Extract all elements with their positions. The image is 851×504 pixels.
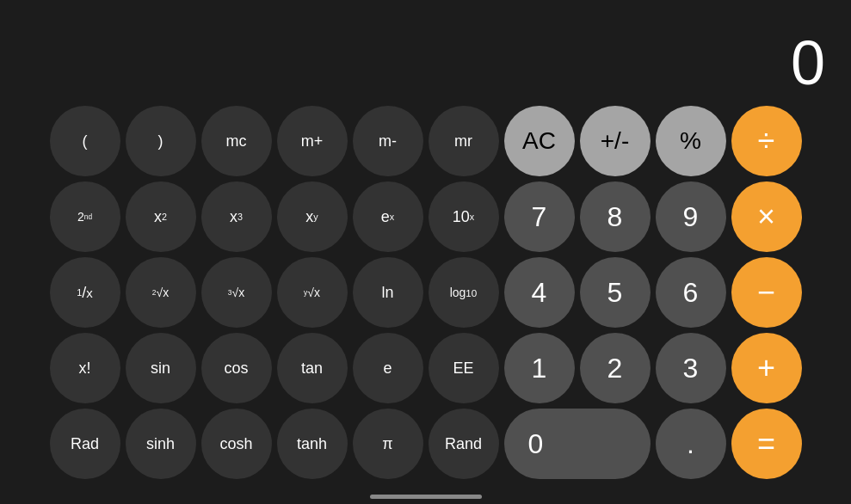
calculator-grid: ( ) mc m+ m- mr AC +/- % ÷ 2nd x2 x3 xy … bbox=[0, 102, 851, 495]
btn-yth-root[interactable]: y√x bbox=[277, 257, 348, 328]
btn-subtract[interactable]: − bbox=[731, 257, 802, 328]
btn-factorial[interactable]: x! bbox=[50, 333, 120, 403]
btn-dot[interactable]: . bbox=[656, 409, 726, 479]
row-4: x! sin cos tan e EE 1 2 3 + bbox=[10, 333, 841, 403]
row-2: 2nd x2 x3 xy ex 10x 7 8 9 × bbox=[10, 181, 841, 252]
btn-e-x[interactable]: ex bbox=[353, 181, 423, 252]
btn-mc[interactable]: mc bbox=[201, 106, 272, 176]
btn-ee[interactable]: EE bbox=[429, 333, 499, 403]
btn-2[interactable]: 2 bbox=[580, 333, 651, 403]
btn-x-cubed[interactable]: x3 bbox=[201, 181, 272, 252]
row-5: Rad sinh cosh tanh π Rand 0 . = bbox=[10, 409, 841, 479]
home-indicator bbox=[370, 495, 482, 499]
btn-plus-minus[interactable]: +/- bbox=[580, 106, 651, 176]
btn-tanh[interactable]: tanh bbox=[277, 409, 348, 479]
btn-close-paren[interactable]: ) bbox=[126, 106, 196, 176]
btn-3rd-root[interactable]: 3√x bbox=[201, 257, 272, 328]
btn-m-plus[interactable]: m+ bbox=[277, 106, 348, 176]
btn-equals[interactable]: = bbox=[731, 409, 802, 479]
btn-mr[interactable]: mr bbox=[429, 106, 499, 176]
btn-divide[interactable]: ÷ bbox=[731, 106, 802, 176]
btn-8[interactable]: 8 bbox=[580, 181, 651, 252]
btn-cos[interactable]: cos bbox=[201, 333, 272, 403]
btn-5[interactable]: 5 bbox=[580, 257, 651, 328]
btn-multiply[interactable]: × bbox=[731, 181, 802, 252]
btn-3[interactable]: 3 bbox=[656, 333, 726, 403]
row-1: ( ) mc m+ m- mr AC +/- % ÷ bbox=[10, 106, 841, 176]
btn-reciprocal[interactable]: 1/x bbox=[50, 257, 120, 328]
display-area: 0 bbox=[0, 0, 851, 102]
btn-ln[interactable]: ln bbox=[353, 257, 423, 328]
btn-10-x[interactable]: 10x bbox=[429, 181, 499, 252]
btn-rand[interactable]: Rand bbox=[429, 409, 499, 479]
btn-ac[interactable]: AC bbox=[504, 106, 575, 176]
btn-2nd-root[interactable]: 2√x bbox=[126, 257, 196, 328]
display-value: 0 bbox=[791, 32, 825, 94]
btn-1[interactable]: 1 bbox=[504, 333, 575, 403]
btn-cosh[interactable]: cosh bbox=[201, 409, 272, 479]
btn-6[interactable]: 6 bbox=[656, 257, 726, 328]
btn-add[interactable]: + bbox=[731, 333, 802, 403]
btn-rad[interactable]: Rad bbox=[50, 409, 120, 479]
home-bar bbox=[0, 495, 851, 504]
btn-sin[interactable]: sin bbox=[126, 333, 196, 403]
btn-9[interactable]: 9 bbox=[656, 181, 726, 252]
btn-4[interactable]: 4 bbox=[504, 257, 575, 328]
btn-x-y[interactable]: xy bbox=[277, 181, 348, 252]
btn-log10[interactable]: log10 bbox=[429, 257, 499, 328]
btn-pi[interactable]: π bbox=[353, 409, 423, 479]
btn-sinh[interactable]: sinh bbox=[126, 409, 196, 479]
btn-x-squared[interactable]: x2 bbox=[126, 181, 196, 252]
btn-e[interactable]: e bbox=[353, 333, 423, 403]
btn-open-paren[interactable]: ( bbox=[50, 106, 120, 176]
row-3: 1/x 2√x 3√x y√x ln log10 4 5 6 − bbox=[10, 257, 841, 328]
btn-0[interactable]: 0 bbox=[504, 409, 651, 479]
btn-2nd[interactable]: 2nd bbox=[50, 181, 120, 252]
btn-tan[interactable]: tan bbox=[277, 333, 348, 403]
btn-percent[interactable]: % bbox=[656, 106, 726, 176]
btn-7[interactable]: 7 bbox=[504, 181, 575, 252]
btn-m-minus[interactable]: m- bbox=[353, 106, 423, 176]
